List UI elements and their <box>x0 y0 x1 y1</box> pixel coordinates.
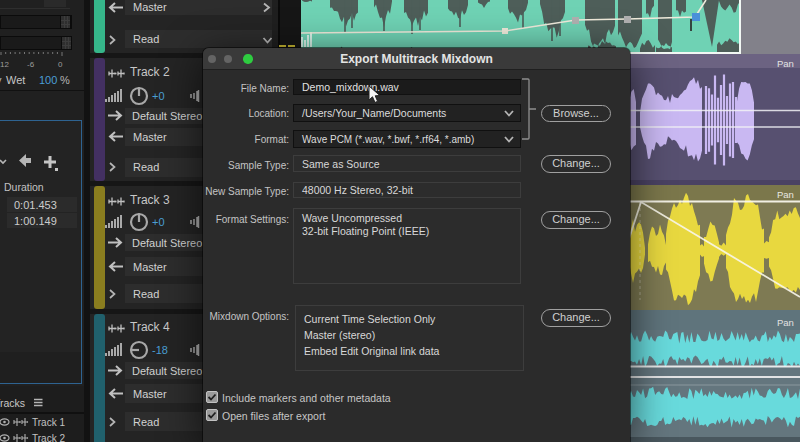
svg-text:-18: -18 <box>152 344 168 356</box>
